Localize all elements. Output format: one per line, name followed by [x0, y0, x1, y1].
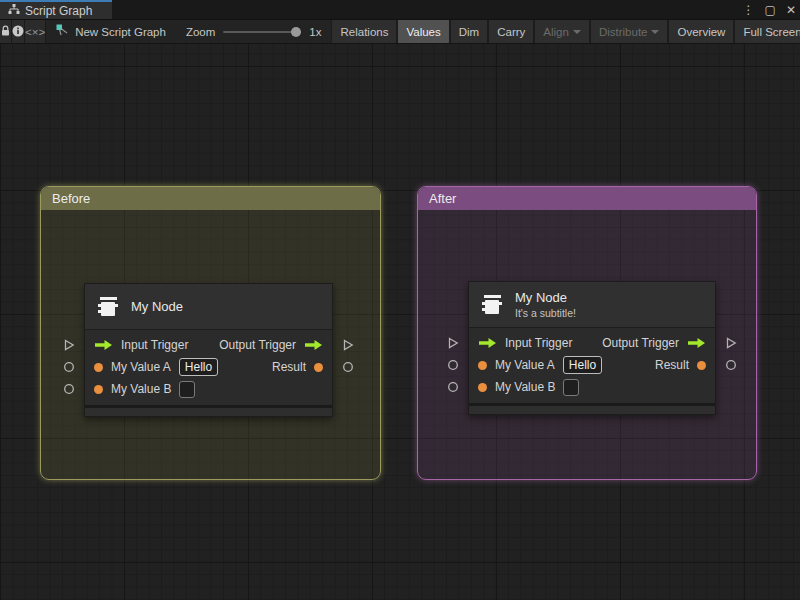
- port-label: My Value A: [495, 358, 555, 372]
- fullscreen-button[interactable]: Full Screen: [735, 20, 800, 43]
- external-value-port-icon[interactable]: [63, 361, 75, 373]
- node-title: My Node: [131, 299, 183, 314]
- port-label: Result: [655, 358, 689, 372]
- node-subtitle: It's a subtitle!: [515, 307, 576, 319]
- group-title: After: [429, 191, 456, 206]
- group-after-header[interactable]: After: [418, 187, 756, 210]
- zoom-label: Zoom: [186, 26, 215, 38]
- value-out-port-icon[interactable]: [314, 363, 323, 372]
- port-row-value-b: My Value B: [85, 378, 332, 400]
- values-button[interactable]: Values: [398, 20, 448, 43]
- port-row-value-b: My Value B: [469, 376, 715, 398]
- overview-button[interactable]: Overview: [669, 20, 733, 43]
- window-controls: ⋮ ▢ ✕: [743, 0, 796, 19]
- group-before-header[interactable]: Before: [41, 187, 380, 210]
- node-header[interactable]: My Node It's a subtitle!: [469, 282, 715, 328]
- code-toggle-icon: <×>: [25, 26, 45, 38]
- tab-bar: Script Graph ⋮ ▢ ✕: [0, 0, 800, 19]
- menu-icon[interactable]: ⋮: [743, 3, 755, 17]
- port-label: Result: [272, 360, 306, 374]
- node-after[interactable]: My Node It's a subtitle! Input Trigger: [468, 281, 716, 415]
- zoom-slider-handle[interactable]: [291, 27, 301, 37]
- flow-out-port-icon[interactable]: [687, 337, 706, 349]
- external-value-port-icon[interactable]: [447, 359, 459, 371]
- distribute-button[interactable]: Distribute: [591, 20, 668, 43]
- external-flow-port-icon[interactable]: [63, 339, 75, 351]
- tab-script-graph[interactable]: Script Graph: [0, 0, 112, 19]
- inspect-button[interactable]: [12, 20, 25, 43]
- value-in-port-icon[interactable]: [94, 363, 103, 372]
- lock-button[interactable]: [0, 20, 12, 43]
- chevron-down-icon: [651, 30, 659, 34]
- info-icon: [12, 25, 24, 39]
- zoom-control: Zoom 1x: [176, 20, 332, 43]
- dim-button[interactable]: Dim: [451, 20, 487, 43]
- maximize-icon[interactable]: ▢: [765, 3, 776, 17]
- graph-name: New Script Graph: [75, 26, 166, 38]
- port-row-trigger: Input Trigger Output Trigger: [469, 332, 715, 354]
- script-graph-window: Script Graph ⋮ ▢ ✕: [0, 0, 800, 600]
- toolbar-buttons: Relations Values Dim Carry Align Distrib…: [331, 20, 800, 43]
- external-value-port-icon[interactable]: [63, 383, 75, 395]
- node-before[interactable]: My Node Input Trigger Output Trigge: [84, 283, 333, 417]
- value-input-empty[interactable]: [563, 379, 579, 396]
- chevron-down-icon: [573, 30, 581, 34]
- external-value-port-icon[interactable]: [342, 361, 354, 373]
- flow-out-port-icon[interactable]: [304, 339, 323, 351]
- flow-in-port-icon[interactable]: [94, 339, 113, 351]
- graph-canvas[interactable]: Before After My Node: [0, 44, 800, 600]
- value-input[interactable]: Hello: [179, 358, 218, 376]
- node-ports: Input Trigger Output Trigger: [85, 330, 332, 405]
- lock-icon: [0, 25, 11, 39]
- carry-button[interactable]: Carry: [489, 20, 533, 43]
- external-value-port-icon[interactable]: [447, 381, 459, 393]
- node-footer: [469, 403, 715, 414]
- code-view-button[interactable]: <×>: [25, 20, 46, 43]
- flow-in-port-icon[interactable]: [478, 337, 497, 349]
- port-label: Input Trigger: [121, 338, 188, 352]
- value-in-port-icon[interactable]: [94, 385, 103, 394]
- port-label: My Value A: [111, 360, 171, 374]
- graph-title-section[interactable]: New Script Graph: [46, 20, 176, 43]
- port-label: My Value B: [111, 382, 171, 396]
- port-label: My Value B: [495, 380, 555, 394]
- external-flow-port-icon[interactable]: [342, 339, 354, 351]
- node-ports: Input Trigger Output Trigger: [469, 328, 715, 403]
- value-input-empty[interactable]: [179, 381, 195, 398]
- graph-hierarchy-icon: [8, 4, 20, 18]
- port-row-trigger: Input Trigger Output Trigger: [85, 334, 332, 356]
- value-in-port-icon[interactable]: [478, 383, 487, 392]
- value-out-port-icon[interactable]: [697, 361, 706, 370]
- external-flow-port-icon[interactable]: [725, 337, 737, 349]
- port-row-value-a: My Value A Hello Result: [85, 356, 332, 378]
- value-input[interactable]: Hello: [563, 356, 602, 374]
- unit-node-icon: [481, 294, 505, 316]
- tab-title: Script Graph: [25, 4, 92, 18]
- external-flow-port-icon[interactable]: [447, 337, 459, 349]
- port-row-value-a: My Value A Hello Result: [469, 354, 715, 376]
- group-title: Before: [52, 191, 90, 206]
- node-footer: [85, 405, 332, 416]
- zoom-value: 1x: [309, 26, 321, 38]
- node-header[interactable]: My Node: [85, 284, 332, 330]
- value-in-port-icon[interactable]: [478, 361, 487, 370]
- external-value-port-icon[interactable]: [725, 359, 737, 371]
- node-title: My Node: [515, 290, 576, 305]
- port-label: Output Trigger: [602, 336, 679, 350]
- unit-node-icon: [97, 296, 121, 318]
- graph-toolbar: <×> New Script Graph Zoom 1x Relations: [0, 19, 800, 44]
- port-label: Input Trigger: [505, 336, 572, 350]
- zoom-slider[interactable]: [223, 31, 301, 33]
- script-graph-icon: [56, 24, 69, 39]
- port-label: Output Trigger: [219, 338, 296, 352]
- close-icon[interactable]: ✕: [786, 3, 796, 17]
- align-button[interactable]: Align: [535, 20, 589, 43]
- relations-button[interactable]: Relations: [332, 20, 396, 43]
